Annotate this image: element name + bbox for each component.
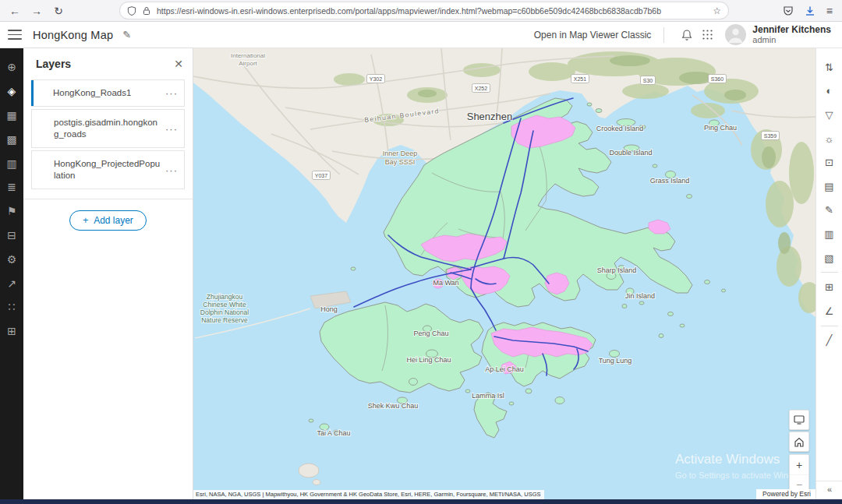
layer-options-icon[interactable]: ··· xyxy=(165,87,178,99)
app-header: HongKong Map ✎ Open in Map Viewer Classi… xyxy=(0,22,842,48)
mobile-icon[interactable]: ∷ xyxy=(0,295,23,319)
header-divider xyxy=(663,27,664,43)
tables-icon[interactable]: ▦ xyxy=(0,104,23,128)
map-label: Hong xyxy=(320,305,338,313)
filter-icon[interactable]: ▽ xyxy=(816,103,842,127)
svg-text:Y302: Y302 xyxy=(370,76,382,82)
user-role: admin xyxy=(752,35,831,45)
chart-settings-icon[interactable]: ▥ xyxy=(816,222,842,246)
map-label: Inner DeepBay SSSI xyxy=(383,150,418,166)
map-label: Jin Island xyxy=(625,292,655,300)
overview-map-button[interactable] xyxy=(789,410,809,430)
bookmark-star-icon[interactable]: ☆ xyxy=(713,5,721,16)
add-new-icon[interactable]: ⊕ xyxy=(0,55,23,79)
powered-by-esri: Powered by Esri xyxy=(756,489,815,499)
map-label: Double Island xyxy=(609,149,652,157)
layer-item[interactable]: postgis.gisadmin.hongkong_roads··· xyxy=(31,109,185,148)
map-label: Tung Lung xyxy=(599,357,632,365)
road-shield: S359 xyxy=(762,132,780,140)
home-button[interactable] xyxy=(789,432,809,452)
avatar xyxy=(725,24,746,45)
settings-icon[interactable]: ⚙ xyxy=(0,247,23,271)
layer-list: HongKong_Roads1···postgis.gisadmin.hongk… xyxy=(23,78,193,189)
layer-options-icon[interactable]: ··· xyxy=(165,123,178,135)
charts-icon[interactable]: ▥ xyxy=(0,151,23,175)
user-name: Jennifer Kitchens xyxy=(752,25,831,35)
road-shield: X252 xyxy=(472,84,490,93)
collapse-toolbar-button[interactable]: « xyxy=(816,481,842,496)
print-icon[interactable]: ⊞ xyxy=(0,319,23,344)
layer-item[interactable]: HongKong_Roads1··· xyxy=(31,79,185,107)
popups-icon[interactable]: ⊡ xyxy=(816,150,842,174)
close-icon[interactable]: ✕ xyxy=(174,58,183,70)
toolbar-divider xyxy=(821,272,838,273)
downloads-icon[interactable] xyxy=(805,5,815,16)
share-icon[interactable]: ↗ xyxy=(0,271,23,295)
map-label: ZhujiangkouChinese WhiteDolphin National… xyxy=(200,293,249,324)
bookmarks-icon[interactable]: ⚑ xyxy=(0,199,23,224)
page-title: HongKong Map xyxy=(33,29,113,41)
sketch-icon[interactable]: ╱ xyxy=(816,329,842,353)
map-label: Shek Kwu Chau xyxy=(368,402,419,410)
connection-lock-icon[interactable] xyxy=(142,6,151,16)
road-shield: S360 xyxy=(709,75,727,83)
measure-icon[interactable]: ∠ xyxy=(816,299,842,323)
map-label: Hei Ling Chau xyxy=(406,356,451,364)
pocket-icon[interactable] xyxy=(783,5,794,16)
layer-options-icon[interactable]: ··· xyxy=(165,164,178,176)
app-menu-icon[interactable] xyxy=(8,30,22,40)
road-shield: X251 xyxy=(571,75,589,83)
layers-panel-title: Layers xyxy=(36,58,71,70)
user-menu[interactable]: Jennifer Kitchens admin xyxy=(725,24,831,45)
map-label: Peng Chau xyxy=(413,330,448,337)
map-label: Tai A Chau xyxy=(317,429,350,437)
layer-item[interactable]: HongKong_ProjectedPopulation··· xyxy=(31,150,185,189)
map-canvas[interactable]: Y302X252X251S30S360S359Y037 Internationa… xyxy=(193,48,815,499)
layer-name: HongKong_Roads1 xyxy=(53,87,165,99)
road-shield: Y037 xyxy=(313,171,331,180)
tracking-shield-icon[interactable] xyxy=(127,6,136,16)
legend-icon[interactable]: ≣ xyxy=(0,175,23,199)
map-label: Ap Lei Chau xyxy=(485,365,524,373)
browser-reload-button[interactable]: ↻ xyxy=(50,2,67,19)
basemap-icon[interactable]: ▩ xyxy=(0,127,23,151)
forms-icon[interactable]: ▧ xyxy=(816,246,842,270)
layers-panel: Layers ✕ HongKong_Roads1···postgis.gisad… xyxy=(23,48,193,499)
road-shield: S30 xyxy=(641,76,656,85)
svg-text:S30: S30 xyxy=(643,78,653,83)
map-label: Crooked Island xyxy=(596,125,644,132)
window-bottom-edge xyxy=(0,499,842,504)
browser-menu-icon[interactable]: ≡ xyxy=(826,5,833,17)
effects-icon[interactable]: ☼ xyxy=(816,127,842,151)
url-text: https://esri-windows-in.esri-windows.ent… xyxy=(157,6,707,16)
map-areas-icon[interactable]: ⊟ xyxy=(0,224,23,248)
svg-text:Y037: Y037 xyxy=(315,173,327,178)
browser-forward-button[interactable]: → xyxy=(28,2,45,19)
fields-icon[interactable]: ▤ xyxy=(816,174,842,199)
open-classic-link[interactable]: Open in Map Viewer Classic xyxy=(534,30,652,41)
edit-icon[interactable]: ⊞ xyxy=(816,275,842,299)
svg-text:X251: X251 xyxy=(574,76,586,82)
contents-toolbar: ⊕◈▦▩▥≣⚑⊟⚙↗∷⊞ xyxy=(0,48,23,499)
layers-icon[interactable]: ◈ xyxy=(0,79,23,104)
browser-toolbar: ← → ↻ https://esri-windows-in.esri-windo… xyxy=(0,0,842,22)
map-label: Sharp Island xyxy=(597,266,637,274)
notifications-bell-icon[interactable] xyxy=(677,25,697,45)
basemap: Y302X252X251S30S360S359Y037 Internationa… xyxy=(193,48,815,499)
svg-text:X252: X252 xyxy=(475,86,487,91)
app-launcher-grid-icon[interactable] xyxy=(697,25,717,45)
svg-text:S360: S360 xyxy=(711,76,723,82)
browser-back-button[interactable]: ← xyxy=(6,2,23,19)
map-label: Shenzhen xyxy=(467,111,513,122)
map-label: Ping Chau xyxy=(704,124,737,132)
labels-icon[interactable]: ✎ xyxy=(816,199,842,223)
styles-icon[interactable]: ◐ xyxy=(816,79,842,104)
edit-title-icon[interactable]: ✎ xyxy=(122,29,131,41)
layer-name: postgis.gisadmin.hongkong_roads xyxy=(54,117,165,140)
map-label: Lamma Isl xyxy=(472,392,504,400)
address-bar[interactable]: https://esri-windows-in.esri-windows.ent… xyxy=(120,2,728,19)
add-layer-button[interactable]: + Add layer xyxy=(69,210,147,231)
zoom-in-button[interactable]: + xyxy=(790,455,808,474)
properties-icon[interactable]: ⇅ xyxy=(816,55,842,79)
map-label: Ma Wan xyxy=(433,279,458,287)
